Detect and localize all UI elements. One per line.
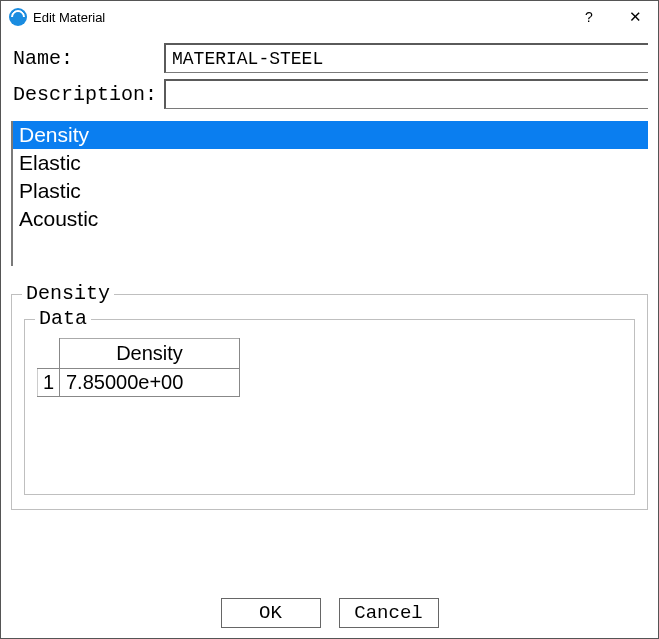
window-title: Edit Material xyxy=(33,10,105,25)
data-fieldset: Data Density 1 7.85000e+00 xyxy=(24,319,635,495)
description-label: Description: xyxy=(11,83,164,106)
row-number: 1 xyxy=(38,369,60,397)
density-legend: Density xyxy=(22,282,114,305)
property-item-density[interactable]: Density xyxy=(13,121,648,149)
ok-button[interactable]: OK xyxy=(221,598,321,628)
cancel-button[interactable]: Cancel xyxy=(339,598,439,628)
dialog-buttons: OK Cancel xyxy=(1,584,658,638)
description-row: Description: xyxy=(11,79,648,109)
help-button[interactable]: ? xyxy=(566,1,612,33)
property-item-plastic[interactable]: Plastic xyxy=(13,177,648,205)
density-value-cell[interactable]: 7.85000e+00 xyxy=(60,369,240,397)
density-fieldset: Density Data Density 1 7.85000e+00 xyxy=(11,294,648,510)
material-properties-list: Density Elastic Plastic Acoustic xyxy=(11,121,648,266)
dialog-content: Name: Description: Density Elastic Plast… xyxy=(1,33,658,584)
edit-material-dialog: Edit Material ? ✕ Name: Description: Den… xyxy=(0,0,659,639)
property-item-elastic[interactable]: Elastic xyxy=(13,149,648,177)
title-bar: Edit Material ? ✕ xyxy=(1,1,658,33)
density-column-header: Density xyxy=(60,339,240,369)
table-corner xyxy=(38,339,60,369)
property-item-acoustic[interactable]: Acoustic xyxy=(13,205,648,233)
app-icon xyxy=(9,8,27,26)
density-table: Density 1 7.85000e+00 xyxy=(37,338,240,397)
description-input[interactable] xyxy=(164,79,648,109)
close-button[interactable]: ✕ xyxy=(612,1,658,33)
table-row: 1 7.85000e+00 xyxy=(38,369,240,397)
name-row: Name: xyxy=(11,43,648,73)
name-input[interactable] xyxy=(164,43,648,73)
data-legend: Data xyxy=(35,307,91,330)
name-label: Name: xyxy=(11,47,164,70)
